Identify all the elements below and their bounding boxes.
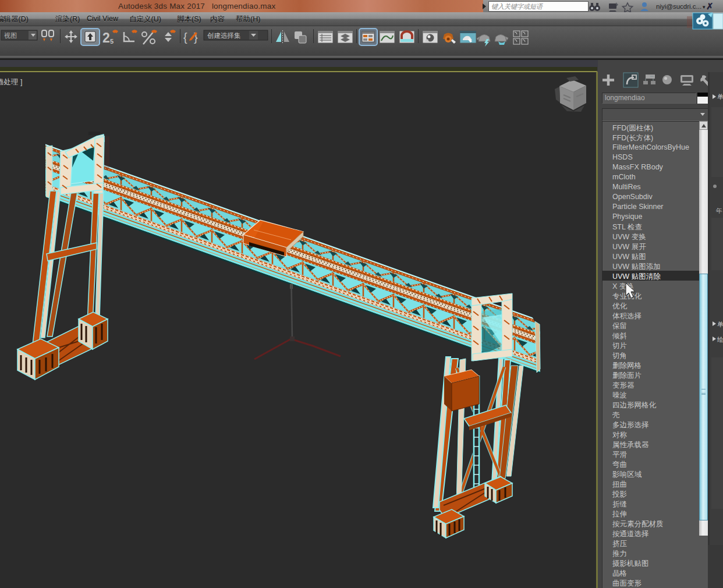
svg-text:单: 单 — [717, 321, 723, 328]
svg-text:视图: 视图 — [4, 32, 17, 39]
svg-text:{: { — [183, 31, 187, 44]
svg-text:2: 2 — [102, 30, 110, 45]
svg-text:5: 5 — [110, 38, 114, 45]
svg-text:绘: 绘 — [717, 336, 723, 343]
svg-text:创建选择集: 创建选择集 — [207, 32, 241, 39]
svg-text:年: 年 — [715, 207, 722, 214]
svg-text:单: 单 — [717, 93, 723, 100]
